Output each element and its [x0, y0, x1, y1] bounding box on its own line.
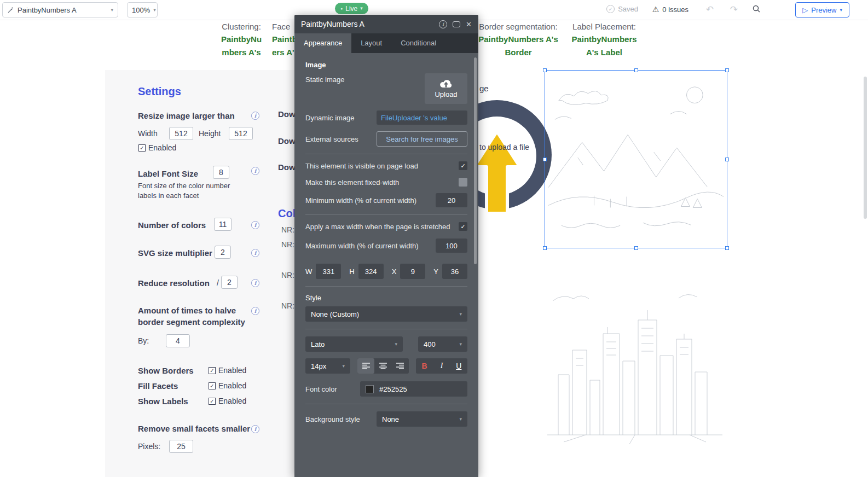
preview-button[interactable]: ▷ Preview ▾ [795, 2, 849, 18]
search-button[interactable] [752, 4, 761, 13]
download-label-fragment: Dow [278, 136, 296, 146]
w-input[interactable] [316, 264, 341, 279]
y-input[interactable] [442, 264, 467, 279]
align-right-button[interactable] [392, 358, 409, 374]
number-of-colors-input[interactable] [214, 218, 232, 231]
canvas-label-label-placement[interactable]: Label Placement: PaintbyNumbers A's Labe… [567, 21, 641, 59]
fixed-width-checkbox[interactable] [459, 178, 467, 187]
info-icon[interactable]: i [251, 425, 259, 433]
redo-button[interactable]: ↷ [730, 5, 738, 14]
bold-button[interactable]: B [416, 358, 433, 374]
preview-label: Preview [811, 6, 836, 14]
nr-label: NR: [281, 225, 294, 234]
info-icon[interactable]: i [439, 20, 447, 28]
pixels-input[interactable] [169, 440, 193, 453]
undo-button[interactable]: ↶ [706, 5, 714, 14]
show-borders-label: Show Borders [138, 366, 194, 375]
reduce-resolution-input[interactable] [221, 276, 238, 289]
label-value: mbers A's [208, 46, 275, 59]
resize-handle-n[interactable] [634, 68, 638, 72]
resize-handle-se[interactable] [725, 246, 729, 250]
property-editor-tabs: Appearance Layout Conditional [294, 33, 478, 53]
checkbox-icon: ✓ [209, 398, 216, 405]
check-circle-icon: ✓ [606, 5, 615, 13]
label-font-size-input[interactable] [213, 166, 229, 179]
chevron-down-icon: ▾ [360, 6, 363, 11]
resize-enabled-checkbox[interactable]: ✓ Enabled [138, 143, 176, 152]
property-editor: PaintbyNumbers A i ✕ Appearance Layout C… [294, 15, 478, 477]
info-icon[interactable]: i [251, 279, 259, 287]
background-style-dropdown[interactable]: None ▾ [377, 411, 467, 427]
info-icon[interactable]: i [251, 249, 259, 257]
max-width-input[interactable] [436, 238, 467, 253]
resize-handle-nw[interactable] [543, 68, 547, 72]
align-center-button[interactable] [374, 358, 391, 374]
by-input[interactable] [166, 334, 190, 347]
chevron-down-icon: ▾ [459, 417, 462, 422]
align-right-icon [396, 363, 404, 369]
resize-handle-sw[interactable] [543, 246, 547, 250]
underline-button[interactable]: U [450, 358, 467, 374]
max-width-toggle-label: Apply a max width when the page is stret… [305, 223, 450, 231]
tab-appearance[interactable]: Appearance [294, 33, 351, 53]
chevron-down-icon: ▾ [111, 8, 113, 13]
style-value: None (Custom) [311, 310, 359, 318]
canvas-label-border-segmentation[interactable]: Border segmentation: PaintbyNumbers A's … [475, 21, 562, 59]
font-weight-dropdown[interactable]: 400 ▾ [418, 336, 467, 352]
max-width-toggle-checkbox[interactable]: ✓ [459, 222, 467, 231]
comment-icon[interactable] [453, 21, 460, 27]
font-size-dropdown[interactable]: 14px ▾ [305, 358, 350, 374]
close-icon[interactable]: ✕ [466, 20, 472, 28]
resize-handle-s[interactable] [634, 246, 638, 250]
h-input[interactable] [358, 264, 384, 279]
min-width-input[interactable] [436, 193, 467, 207]
search-free-images-button[interactable]: Search for free images [377, 131, 467, 147]
paintbynumbers-image-element[interactable] [545, 70, 727, 248]
show-borders-checkbox[interactable]: ✓ Enabled [209, 366, 246, 375]
fixed-width-label: Make this element fixed-width [305, 178, 399, 187]
font-color-picker[interactable]: #252525 [360, 381, 467, 397]
tab-conditional[interactable]: Conditional [391, 33, 445, 53]
issues-label: 0 issues [662, 5, 688, 14]
text-style-group: B I U [416, 358, 467, 374]
element-picker-dropdown[interactable]: PaintbyNumbers A ▾ [2, 2, 118, 18]
svg-size-input[interactable] [215, 246, 231, 259]
issues-indicator[interactable]: ⚠ 0 issues [652, 5, 688, 14]
colors-heading-fragment: Col [278, 207, 296, 220]
dynamic-image-expression[interactable]: FileUploader 's value [377, 110, 467, 125]
property-editor-header[interactable]: PaintbyNumbers A i ✕ [294, 15, 478, 33]
show-labels-checkbox[interactable]: ✓ Enabled [209, 397, 246, 405]
remove-small-facets-label: Remove small facets smaller [138, 424, 250, 433]
element-picker-label: PaintbyNumbers A [18, 6, 107, 14]
resize-handle-e[interactable] [725, 158, 729, 161]
width-input[interactable] [169, 127, 193, 140]
info-icon[interactable]: i [251, 307, 259, 315]
redo-icon: ↷ [730, 5, 738, 14]
font-color-value: #252525 [379, 385, 407, 393]
font-family-dropdown[interactable]: Lato ▾ [305, 336, 403, 352]
result-image-element[interactable] [542, 268, 728, 444]
page-scrollbar[interactable] [864, 77, 867, 219]
resize-handle-ne[interactable] [725, 68, 729, 72]
info-icon[interactable]: i [251, 221, 259, 229]
info-icon[interactable]: i [251, 167, 259, 175]
fill-facets-checkbox[interactable]: ✓ Enabled [209, 381, 246, 390]
info-icon[interactable]: i [251, 112, 259, 120]
style-dropdown[interactable]: None (Custom) ▾ [305, 306, 467, 322]
italic-button[interactable]: I [433, 358, 450, 374]
visible-on-load-checkbox[interactable]: ✓ [459, 161, 467, 170]
align-left-button[interactable] [357, 358, 374, 374]
resize-handle-w[interactable] [543, 158, 547, 161]
live-badge[interactable]: ● Live ▾ [335, 3, 368, 14]
max-width-label: Maximum width (% of current width) [305, 242, 419, 250]
height-input[interactable] [229, 127, 253, 140]
number-of-colors-label: Number of colors [138, 220, 206, 230]
canvas-label-clustering[interactable]: Clustering: PaintbyNu mbers A's [208, 21, 275, 59]
zoom-dropdown[interactable]: 100% ▾ [127, 2, 158, 18]
upload-button[interactable]: Upload [425, 73, 467, 104]
x-input[interactable] [400, 264, 425, 279]
align-left-icon [362, 363, 370, 369]
show-labels-label: Show Labels [138, 397, 188, 406]
tab-layout[interactable]: Layout [351, 33, 391, 53]
property-editor-scrollbar[interactable] [474, 57, 477, 264]
